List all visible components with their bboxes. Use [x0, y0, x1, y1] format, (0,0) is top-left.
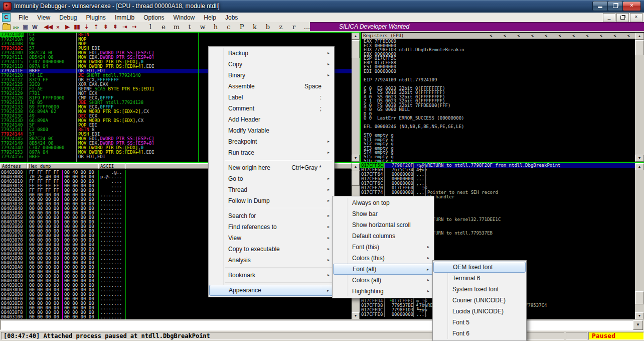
chevron-left-icon[interactable]: < [586, 33, 588, 39]
menu-item-appearance[interactable]: Appearance▸ [209, 285, 334, 296]
menubar-item-plugins[interactable]: Plugins [82, 13, 110, 22]
menu-item-show-bar[interactable]: Show bar [333, 208, 433, 219]
register-line[interactable]: ST3 empty g [362, 146, 635, 151]
registers-header[interactable]: Registers (FPU) <<<<<<<<<<< [362, 33, 635, 39]
chevron-left-icon[interactable]: < [531, 33, 534, 39]
register-line[interactable]: T 0 GS 0000 NULL [362, 107, 635, 112]
menu-item-backup[interactable]: Backup▸ [209, 48, 334, 59]
chevron-left-icon[interactable]: < [504, 33, 506, 39]
menu-item-font-6[interactable]: Font 6 [433, 328, 526, 339]
scroll-thumb[interactable] [635, 291, 644, 304]
menu-item-breakpoint[interactable]: Breakpoint▸ [209, 136, 334, 147]
menubar-item-immlib[interactable]: ImmLib [110, 13, 139, 22]
register-line[interactable]: EBP 017CFF88 [362, 61, 635, 65]
menubar-item-options[interactable]: Options [139, 13, 169, 22]
window-button-p[interactable]: P [235, 23, 248, 31]
menu-item-comment[interactable]: Comment; [209, 103, 334, 114]
stack-vertical-scrollbar[interactable]: ▲ ▼ [635, 163, 644, 319]
menubar-item-jobs[interactable]: Jobs [221, 13, 242, 22]
step-over-icon[interactable]: ⇡ [91, 23, 101, 31]
registers-vertical-scrollbar[interactable]: ▲ ▼ [635, 33, 644, 162]
menu-item-show-horizontal-scroll[interactable]: Show horizontal scroll [333, 219, 433, 231]
register-line[interactable]: EAX 7FFDE000 [362, 39, 635, 44]
disasm-row[interactable]: 7792410A90NOP [0, 37, 352, 42]
wingraph-icon[interactable]: W [30, 23, 40, 31]
register-line[interactable]: ST4 empty g [362, 150, 635, 155]
register-line[interactable]: O 0 LastErr ERROR_SUCCESS (00000000) [362, 116, 635, 121]
chevron-left-icon[interactable]: < [613, 33, 616, 39]
stack-row[interactable]: 017CFF7400000000....Pointer to next SEH … [360, 190, 635, 195]
menu-item-search-for[interactable]: Search for▸ [209, 210, 334, 221]
dump-header-ascii[interactable]: ASCII [98, 163, 125, 169]
menu-item-binary[interactable]: Binary▸ [209, 70, 334, 81]
register-line[interactable]: ST1 empty g [362, 138, 635, 142]
menu-item-system-fixed-font[interactable]: System fixed font [433, 284, 526, 295]
mdi-close-button[interactable]: × [630, 13, 642, 22]
window-button-t[interactable]: t [183, 23, 196, 31]
menu-item-font-all[interactable]: Font (all)▸ [333, 264, 433, 275]
dump-header-address[interactable]: Address [0, 163, 27, 169]
register-line[interactable]: EDI 00000000 [362, 69, 635, 74]
disasm-row[interactable]: 77924109C3RETN [0, 33, 352, 37]
menu-item-bookmark[interactable]: Bookmark▸ [209, 270, 334, 281]
scroll-down-icon[interactable]: ▼ [352, 312, 360, 319]
menu-item-always-on-top[interactable]: Always on top [333, 197, 433, 208]
window-button-w[interactable]: w [196, 23, 209, 31]
silica-banner[interactable]: SILICA Developer Wanted [310, 22, 644, 31]
maximize-button[interactable] [607, 1, 623, 11]
menu-item-new-origin-here[interactable]: New origin hereCtrl+Gray * [209, 162, 334, 173]
chevron-left-icon[interactable]: < [558, 33, 561, 39]
window-button-b[interactable]: b [261, 23, 274, 31]
close-process-icon[interactable]: × [53, 23, 63, 31]
menu-item-label[interactable]: Label: [209, 92, 334, 103]
register-line[interactable]: ESP 017CFF5C [362, 56, 635, 61]
chevron-left-icon[interactable]: < [600, 33, 602, 39]
register-line[interactable]: ESI 00000000 [362, 65, 635, 69]
scroll-up-icon[interactable]: ▲ [635, 163, 644, 170]
open-file-icon[interactable] [0, 23, 11, 31]
menu-item-font-this[interactable]: Font (this)▸ [333, 242, 433, 253]
menubar-item-view[interactable]: View [33, 13, 55, 22]
menu-item-follow-in-dump[interactable]: Follow in Dump▸ [209, 195, 334, 206]
menu-item-go-to[interactable]: Go to▸ [209, 173, 334, 184]
scroll-down-icon[interactable]: ▼ [635, 155, 644, 162]
scroll-thumb[interactable] [352, 171, 360, 186]
scroll-up-icon[interactable]: ▲ [352, 33, 360, 40]
menu-item-thread[interactable]: Thread▸ [209, 184, 334, 195]
register-line[interactable]: ST0 empty g [362, 133, 635, 138]
minimize-button[interactable] [592, 1, 608, 11]
window-button-c[interactable]: c [222, 23, 235, 31]
menu-item-view[interactable]: View▸ [209, 233, 334, 244]
register-line[interactable]: ST6 empty g [362, 159, 635, 162]
register-line[interactable]: EBX 00000000 [362, 52, 635, 57]
scroll-up-icon[interactable]: ▲ [635, 33, 644, 40]
scroll-up-icon[interactable]: ▲ [352, 163, 360, 170]
restart-icon[interactable]: ◀◀ [44, 23, 53, 31]
chevron-left-icon[interactable]: < [627, 33, 630, 39]
menu-item-colors-all[interactable]: Colors (all)▸ [333, 275, 433, 286]
menu-item-courier-unicode[interactable]: Courier (UNICODE) [433, 295, 526, 306]
menubar-item-debug[interactable]: Debug [55, 13, 81, 22]
window-button-h[interactable]: h [209, 23, 222, 31]
registers-pane[interactable]: EAX 7FFDE000ECX 00000000EDX 7798F1D3 ntd… [362, 39, 635, 162]
window-button-z[interactable]: z [274, 23, 287, 31]
scroll-thumb[interactable] [635, 40, 644, 55]
menu-item-analysis[interactable]: Analysis▸ [209, 255, 334, 266]
menu-item-run-trace[interactable]: Run trace▸ [209, 147, 334, 158]
menu-item-oem-fixed-font[interactable]: OEM fixed font [433, 262, 526, 273]
menu-item-font-5[interactable]: Font 5 [433, 317, 526, 328]
disasm-row[interactable]: 7792410B90NOP [0, 42, 352, 46]
step-into-icon[interactable]: ⇣ [82, 23, 91, 31]
menubar-item-help[interactable]: Help [199, 13, 221, 22]
window-button-k[interactable]: k [248, 23, 261, 31]
scroll-thumb[interactable] [352, 40, 360, 58]
menu-item-terminal-6[interactable]: Terminal 6 [433, 273, 526, 284]
menu-item-add-header[interactable]: Add Header [209, 114, 334, 125]
go-to-user-code-icon[interactable]: ⇢ [129, 23, 139, 31]
menubar-item-file[interactable]: File [14, 13, 33, 22]
trace-into-icon[interactable]: ⇟ [101, 23, 110, 31]
window-button-l[interactable]: l [144, 23, 157, 31]
dump-header-hex[interactable]: Hex dump [27, 163, 98, 169]
register-line[interactable]: EFL 00000246 (NO,NB,E,BE,NS,PE,GE,LE) [362, 125, 635, 129]
menu-item-colors-this[interactable]: Colors (this)▸ [333, 253, 433, 264]
